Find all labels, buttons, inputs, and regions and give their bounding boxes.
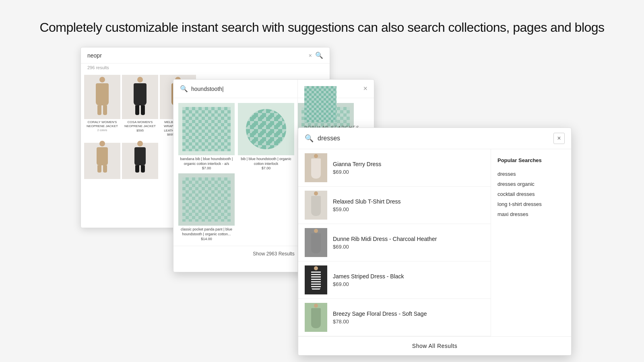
fg-search-input[interactable] [318, 135, 549, 142]
bg-ss1-product-4[interactable] [84, 143, 120, 179]
bg-ss1-clear-icon: × [309, 52, 312, 59]
fg-sidebar-item-cocktail[interactable]: cocktail dresses [497, 189, 565, 199]
bg-ss1-product-price-2: $595 [122, 129, 158, 132]
fg-product-info-4: James Striped Dress - Black $69.00 [333, 273, 484, 287]
fg-show-all-results-button[interactable]: Show All Results [412, 343, 457, 349]
bg-ss1-product-img-1 [84, 75, 120, 119]
bg-ss2-name-4: classic pocket panda pant | blue houndst… [178, 227, 235, 237]
fg-sidebar-item-maxi[interactable]: maxi dresses [497, 209, 565, 219]
fg-product-name-2: Relaxed Slub T-Shirt Dress [333, 198, 484, 205]
bg-ss2-product-4[interactable]: classic pocket panda pant | blue houndst… [178, 173, 235, 241]
fg-body: Gianna Terry Dress $69.00 [298, 149, 571, 336]
fg-product-row-4[interactable]: James Striped Dress - Black $69.00 [298, 261, 491, 299]
bg-ss2-search-icon: 🔍 [180, 85, 188, 93]
fg-product-name-1: Gianna Terry Dress [333, 160, 484, 168]
bg-ss1-product-2[interactable]: COSA WOMEN'S NEOPRENE JACKET $595 [122, 75, 158, 136]
fg-product-name-5: Breezy Sage Floral Dress - Soft Sage [333, 310, 484, 317]
bg-ss1-search-bar: neopr × 🔍 [81, 47, 330, 64]
fg-product-price-4: $69.00 [333, 281, 484, 287]
bg-ss1-search-input: neopr [87, 52, 305, 59]
bg-ss1-product-img-2 [122, 75, 158, 119]
fg-sidebar-title: Popular Searches [497, 157, 565, 163]
fg-product-thumb-5 [305, 303, 327, 332]
screenshots-area: neopr × 🔍 296 results [80, 47, 564, 321]
fg-product-price-5: $78.00 [333, 319, 484, 325]
fg-product-thumb-2 [305, 191, 327, 220]
fg-product-info-2: Relaxed Slub T-Shirt Dress $59.00 [333, 198, 484, 212]
fg-product-name-3: Dunne Rib Midi Dress - Charcoal Heather [333, 235, 484, 243]
bg-ss2-img-1 [178, 103, 235, 155]
fg-results: Gianna Terry Dress $69.00 [298, 149, 491, 336]
fg-product-thumb-3 [305, 228, 327, 257]
bg-ss1-results-count: 296 results [81, 64, 330, 72]
fg-product-row-2[interactable]: Relaxed Slub T-Shirt Dress $59.00 [298, 187, 491, 224]
bg-ss2-product-1[interactable]: bandana bib | blue houndstooth | organic… [178, 103, 235, 170]
bg-ss2-product-thumb [304, 86, 336, 122]
bg-ss2-product-2[interactable]: bib | blue houndstooth | organic cotton … [238, 103, 294, 170]
bg-ss1-product-img-4 [84, 143, 120, 179]
bg-ss1-product-price-1: 2 colors [84, 129, 120, 132]
fg-search-icon: 🔍 [305, 134, 314, 143]
bg-ss2-name-1: bandana bib | blue houndstooth | organic… [178, 157, 235, 166]
fg-product-thumb-4 [305, 265, 327, 294]
bg-ss1-product-name-1: CORALY WOMEN'S NEOPRENE JACKET [84, 120, 120, 129]
bg-ss2-price-2: $7.00 [238, 166, 294, 170]
bg-ss1-product-1[interactable]: CORALY WOMEN'S NEOPRENE JACKET 2 colors [84, 75, 120, 136]
bg-ss2-img-2 [238, 103, 294, 155]
fg-close-button[interactable]: × [553, 133, 565, 144]
fg-footer: Show All Results [298, 336, 571, 355]
fg-product-price-2: $59.00 [333, 206, 484, 212]
bg-ss2-name-2: bib | blue houndstooth | organic cotton … [238, 157, 294, 166]
fg-search-panel: 🔍 × Gianna Terry Dre [298, 128, 572, 356]
fg-product-name-4: James Striped Dress - Black [333, 273, 484, 280]
page-wrapper: Completely customizable instant search w… [20, 8, 624, 354]
fg-product-thumb-1 [305, 153, 327, 182]
fg-product-info-3: Dunne Rib Midi Dress - Charcoal Heather … [333, 235, 484, 250]
fg-product-info-5: Breezy Sage Floral Dress - Soft Sage $78… [333, 310, 484, 325]
page-headline: Completely customizable instant search w… [39, 20, 604, 35]
bg-ss2-img-4 [178, 173, 235, 226]
fg-product-info-1: Gianna Terry Dress $69.00 [333, 160, 484, 175]
bg-ss1-product-name-2: COSA WOMEN'S NEOPRENE JACKET [122, 120, 158, 129]
fg-sidebar: Popular Searches dresses dresses organic… [491, 149, 571, 336]
fg-product-price-3: $69.00 [333, 244, 484, 250]
fg-search-bar: 🔍 × [298, 128, 571, 149]
bg-ss1-product-5[interactable] [122, 143, 158, 179]
fg-product-row-5[interactable]: Breezy Sage Floral Dress - Soft Sage $78… [298, 299, 491, 336]
fg-sidebar-item-dresses-organic[interactable]: dresses organic [497, 179, 565, 189]
bg-ss2-price-4: $14.00 [178, 237, 235, 241]
bg-ss2-price-1: $7.00 [178, 166, 235, 170]
bg-ss2-thumb-container [304, 86, 367, 122]
fg-product-row-3[interactable]: Dunne Rib Midi Dress - Charcoal Heather … [298, 224, 491, 261]
fg-product-price-1: $69.00 [333, 169, 484, 175]
fg-sidebar-item-dresses[interactable]: dresses [497, 169, 565, 179]
bg-ss1-search-icon: 🔍 [315, 51, 323, 59]
fg-product-row-1[interactable]: Gianna Terry Dress $69.00 [298, 149, 491, 187]
bg-ss1-product-img-5 [122, 143, 158, 179]
fg-sidebar-item-long-tshirt[interactable]: long t-shirt dresses [497, 199, 565, 209]
